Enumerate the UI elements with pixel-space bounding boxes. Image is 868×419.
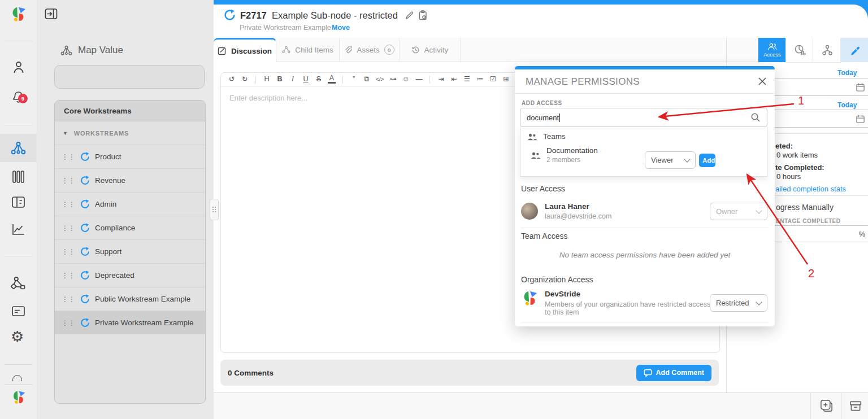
completed-value-fragment: 0 work items: [776, 151, 818, 159]
workstream-cycle-icon: [80, 270, 90, 280]
profile-icon[interactable]: [12, 60, 25, 75]
workstream-row-selected[interactable]: ⋮⋮ Private Workstream Example: [55, 311, 205, 334]
drag-handle-icon[interactable]: ⋮⋮: [62, 201, 75, 208]
percent-suffix: %: [858, 230, 865, 238]
start-today-link[interactable]: Today: [837, 69, 857, 77]
checklist-icon[interactable]: ☑: [489, 76, 497, 83]
workstream-row[interactable]: ⋮⋮ Public Workstream Example: [55, 287, 205, 311]
chart-icon[interactable]: [11, 222, 25, 236]
workstream-row[interactable]: ⋮⋮ Deprecated: [55, 263, 205, 287]
text-color-icon[interactable]: A: [328, 75, 336, 83]
workstream-cycle-icon: [80, 199, 90, 209]
drag-handle-icon[interactable]: ⋮⋮: [62, 272, 75, 279]
edit-title-pencil-icon[interactable]: [405, 11, 414, 20]
sidebar-resize-handle[interactable]: [210, 199, 219, 220]
breadcrumb: Private Workstream Example: [240, 24, 331, 32]
devstride-logo[interactable]: [10, 6, 27, 23]
workstream-row[interactable]: ⋮⋮ Support: [55, 239, 205, 263]
role-select-viewer[interactable]: Viewer: [645, 151, 696, 169]
strikethrough-icon[interactable]: S: [315, 76, 323, 83]
bullet-list-icon[interactable]: ≔: [476, 76, 484, 83]
add-team-button[interactable]: Add: [699, 154, 715, 167]
horizontal-rule-icon[interactable]: —: [415, 76, 423, 83]
planning-icon[interactable]: [11, 195, 25, 209]
workstream-row[interactable]: ⋮⋮ Admin: [55, 192, 205, 216]
notes-icon[interactable]: [11, 305, 25, 317]
board-columns-icon[interactable]: [12, 170, 25, 184]
tab-child-items[interactable]: Child Items: [276, 38, 340, 62]
workstream-row[interactable]: ⋮⋮ Product: [55, 145, 205, 168]
inline-code-icon[interactable]: </>: [376, 77, 384, 82]
divider: [5, 41, 32, 41]
group-label: Teams: [543, 132, 566, 141]
team-icon: [531, 151, 541, 159]
add-comment-button[interactable]: Add Comment: [636, 365, 711, 381]
role-select-restricted[interactable]: Restricted: [710, 294, 767, 312]
role-select-owner[interactable]: Owner: [710, 203, 767, 220]
tab-assets[interactable]: Assets 0: [340, 38, 400, 62]
notification-badge: 9: [18, 94, 28, 103]
end-today-link[interactable]: Today: [837, 101, 857, 109]
tab-access-active[interactable]: Access: [758, 38, 786, 62]
item-title[interactable]: Example Sub-node - restricted: [272, 10, 398, 21]
workstreams-icon[interactable]: [11, 141, 26, 156]
workstream-cycle-icon: [80, 247, 90, 256]
heading-icon[interactable]: H: [263, 76, 271, 83]
help-icon[interactable]: [12, 375, 23, 381]
workstream-row[interactable]: ⋮⋮ Compliance: [55, 216, 205, 239]
code-block-icon[interactable]: ⧉: [363, 76, 371, 83]
close-icon[interactable]: [758, 77, 767, 86]
add-access-label: ADD ACCESS: [522, 100, 562, 106]
chevron-down-icon: [684, 156, 690, 162]
drag-handle-icon[interactable]: ⋮⋮: [62, 320, 75, 326]
completion-stats-link-fragment[interactable]: ailed completion stats: [775, 185, 846, 193]
permissions-search-input[interactable]: document: [520, 108, 767, 127]
teams-icon: [527, 133, 537, 141]
move-link[interactable]: Move: [332, 24, 350, 32]
outdent-icon[interactable]: ⇤: [450, 76, 458, 83]
org-chart-icon: [822, 45, 833, 56]
add-item-cell[interactable]: [810, 392, 842, 419]
workstream-row[interactable]: ⋮⋮ Revenue: [55, 168, 205, 192]
indent-icon[interactable]: ⇥: [437, 76, 445, 83]
workstream-cycle-icon: [80, 223, 90, 233]
item-cycle-icon: [224, 9, 236, 21]
drag-handle-icon[interactable]: ⋮⋮: [62, 225, 75, 232]
devstride-logo-bottom[interactable]: [11, 390, 26, 405]
table-icon[interactable]: ⊞: [502, 76, 510, 83]
ordered-list-icon[interactable]: ☰: [463, 76, 471, 83]
settings-gear-icon[interactable]: ⚙: [11, 329, 24, 344]
drag-handle-icon[interactable]: ⋮⋮: [62, 154, 75, 160]
workstreams-section-toggle[interactable]: ▼ WORKSTREAMS: [55, 121, 205, 145]
italic-icon[interactable]: I: [289, 76, 297, 83]
organization-access-heading: Organization Access: [521, 275, 593, 284]
collapse-panel-icon[interactable]: [45, 8, 58, 20]
expand-chevron-icon[interactable]: [847, 12, 861, 25]
drag-handle-icon[interactable]: ⋮⋮: [62, 296, 75, 303]
percentage-label-fragment: ENTAGE COMPLETED: [776, 218, 840, 224]
tab-hierarchy[interactable]: [813, 38, 841, 63]
tab-discussion[interactable]: Discussion: [214, 38, 276, 62]
tab-stats[interactable]: [785, 38, 813, 63]
emoji-icon[interactable]: ☺: [402, 76, 410, 83]
drag-handle-icon[interactable]: ⋮⋮: [62, 177, 75, 184]
drag-handle-icon[interactable]: ⋮⋮: [62, 248, 75, 255]
panel-header[interactable]: Core Workstreams: [55, 101, 205, 121]
divider: [521, 322, 769, 322]
team-members: 2 members: [546, 156, 598, 164]
underline-icon[interactable]: U: [302, 76, 310, 83]
team-result-row[interactable]: Documentation 2 members: [520, 143, 767, 167]
copy-link-clipboard-icon[interactable]: [418, 10, 428, 20]
eyedropper-icon: [849, 45, 861, 56]
archive-cell[interactable]: [841, 392, 868, 419]
link-icon[interactable]: ⊶: [389, 76, 397, 83]
redo-icon[interactable]: ↻: [241, 76, 249, 83]
flow-icon[interactable]: [11, 276, 26, 291]
blockquote-icon[interactable]: ”: [350, 76, 358, 83]
undo-icon[interactable]: ↺: [228, 76, 236, 83]
divider: [5, 384, 32, 385]
tab-activity[interactable]: Activity: [400, 38, 461, 62]
sidebar-search-input[interactable]: [54, 65, 205, 89]
bold-icon[interactable]: B: [276, 76, 284, 83]
tab-eyedropper[interactable]: [840, 38, 868, 62]
